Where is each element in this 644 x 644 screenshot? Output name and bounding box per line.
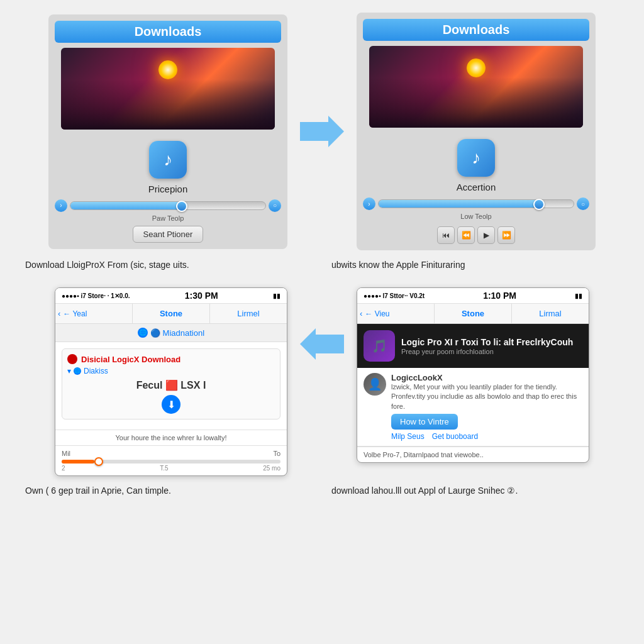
download-sub: ▾ 🌐 Diakiss [67, 367, 275, 375]
link-2[interactable]: Get buoboard [432, 432, 478, 441]
progress-btn-left[interactable]: › [55, 199, 67, 212]
review-content: LogiccLookX lzwick, Met your with you le… [391, 373, 582, 441]
globe-icon: 🌐 [138, 328, 148, 338]
left-panel-image [61, 48, 275, 130]
rocks-decoration-right [369, 77, 583, 128]
music-icon-right: ♪ [457, 139, 495, 177]
playback-controls: ⏮ ⏪ ▶ ⏩ [437, 226, 515, 244]
sun-decoration-right [467, 58, 486, 77]
top-captions: Download LloigProX From (sic, stage uits… [6, 253, 638, 284]
slider-track[interactable] [62, 460, 280, 464]
progress-track-right [378, 199, 574, 208]
right-progress-label: Low Teolp [460, 213, 491, 220]
left-nav-active[interactable]: Stone [133, 304, 210, 323]
reviewer-text: lzwick, Met your with you leantily plade… [391, 382, 582, 411]
slider-labels: Mil To [62, 450, 280, 457]
progress-thumb-left[interactable] [176, 201, 187, 212]
left-phone-content: Disicial LogicX Download ▾ 🌐 Diakiss Fec… [55, 342, 287, 430]
app-info: Logic Pro XI r Toxi To li: alt FreclrkyC… [401, 336, 573, 355]
music-note-icon: ♪ [164, 150, 172, 170]
app-header: 🎵 Logic Pro XI r Toxi To li: alt Freclrk… [357, 324, 589, 368]
left-nav-inactive[interactable]: Lirmel [210, 304, 287, 323]
skip-back-button[interactable]: ⏪ [457, 226, 475, 244]
app-sub: Preap yeur poom irfochloation [401, 348, 573, 355]
left-nav: ‹ ← Yeal Stone Lirmel [55, 304, 287, 324]
right-nav-active[interactable]: Stone [435, 304, 512, 323]
skip-forward-button[interactable]: ⏩ [497, 226, 515, 244]
link-1[interactable]: Milp Seus [391, 432, 425, 441]
left-nav-back[interactable]: ‹ ← Yeal [55, 304, 133, 323]
left-time: 1:30 PM [185, 291, 218, 301]
left-battery: ▮▮ [273, 292, 280, 299]
right-arrow-icon [297, 113, 347, 150]
right-nav-inactive[interactable]: Lirmal [512, 304, 589, 323]
right-nav: ‹ ← Vieu Stone Lirmal [357, 304, 589, 324]
right-phone-wrap: ●●●●▪ l7 Sttor·· V0.2t 1:10 PM ▮▮ ‹ ← Vi… [357, 287, 589, 463]
arrow-left-area [297, 287, 347, 363]
right-progress-bar: › ○ [363, 197, 589, 210]
progress-btn-right2[interactable]: ○ [577, 197, 589, 210]
left-section-title: 🌐 🔵 Miadnationl [55, 324, 287, 342]
rewind-button[interactable]: ⏮ [437, 226, 455, 244]
main-item-text: Fecul 🟥 LSX I [136, 379, 206, 391]
progress-thumb-right[interactable] [533, 199, 545, 210]
download-icon[interactable]: ⬇ [162, 395, 180, 414]
slider-fill [62, 460, 94, 464]
left-progress-label: Paw Teolp [152, 214, 184, 222]
left-signal: ●●●●▪ i7 Store· · 1✕0.0. [62, 292, 130, 299]
links-row: Milp Seus Get buoboard [391, 432, 582, 441]
play-button[interactable]: ▶ [477, 226, 495, 244]
right-nav-back[interactable]: ‹ ← Vieu [357, 304, 435, 323]
marker-3: 25 mo [263, 465, 280, 472]
right-status-bar: ●●●●▪ l7 Sttor·· V0.2t 1:10 PM ▮▮ [357, 288, 589, 304]
download-btn-wrap: ⬇ [67, 395, 275, 414]
left-caption: Download LloigProX From (sic, stage uits… [19, 258, 319, 272]
left-phone-screen: ●●●●▪ i7 Store· · 1✕0.0. 1:30 PM ▮▮ ‹ ← … [55, 287, 287, 476]
music-icon-left: ♪ [149, 141, 187, 179]
left-progress-bar: › ○ [55, 199, 281, 212]
right-panel-title: Accertion [457, 182, 496, 192]
right-panel: Downloads ♪ Accertion › ○ Low Teolp ⏮ ⏪ … [357, 13, 596, 250]
music-note-icon-right: ♪ [472, 148, 480, 168]
review-section: 👤 LogiccLookX lzwick, Met your with you … [357, 368, 589, 447]
app-icon: 🎵 [364, 330, 395, 362]
back-label-right: ← Vieu [365, 309, 389, 318]
left-arrow-icon [297, 325, 347, 363]
section-title-text: 🔵 Miadnationl [150, 328, 204, 338]
left-phone-wrap: ●●●●▪ i7 Store· · 1✕0.0. 1:30 PM ▮▮ ‹ ← … [55, 287, 287, 476]
back-icon-left: ‹ [58, 309, 60, 318]
download-item-title: Disicial LogicX Download [67, 354, 275, 364]
slider-markers: 2 T.5 25 mo [62, 465, 280, 472]
left-panel-title: Pricepion [148, 184, 188, 194]
bottom-right-caption: download lahou.lll out Appl of Laurge Sn… [325, 484, 625, 497]
left-panel-header: Downloads [55, 21, 281, 43]
reviewer-name: LogiccLookX [391, 373, 582, 382]
top-panels-row: Downloads ♪ Pricepion › ○ Paw Teolp Sean… [6, 6, 638, 253]
search-button[interactable]: Seant Ptioner [133, 226, 204, 243]
back-icon-right: ‹ [360, 309, 362, 318]
slider-label-left: Mil [62, 450, 70, 457]
svg-marker-1 [300, 328, 344, 360]
sun-decoration [158, 60, 177, 79]
left-panel: Downloads ♪ Pricepion › ○ Paw Teolp Sean… [48, 14, 287, 249]
reviewer-avatar: 👤 [364, 373, 386, 396]
progress-track-left [70, 201, 266, 210]
marker-2: T.5 [160, 465, 168, 472]
reviewer-row: 👤 LogiccLookX lzwick, Met your with you … [364, 373, 582, 441]
marker-1: 2 [62, 465, 65, 472]
right-time: 1:10 PM [483, 291, 516, 301]
red-circle-icon [67, 354, 77, 364]
progress-btn-right[interactable]: ○ [269, 199, 281, 212]
progress-fill-left [70, 202, 187, 209]
bottom-captions: Own ( 6 gep trail in Aprie, Can timple. … [6, 479, 638, 502]
download-main: Fecul 🟥 LSX I [67, 379, 275, 391]
progress-btn-left2[interactable]: › [363, 197, 375, 210]
svg-marker-0 [300, 116, 344, 147]
how-to-button[interactable]: How to Vintre [391, 414, 458, 430]
rocks-decoration [61, 79, 275, 130]
chevron-icon: ▾ [67, 367, 71, 375]
globe-icon-small: 🌐 [74, 367, 81, 375]
right-phone-screen: ●●●●▪ l7 Sttor·· V0.2t 1:10 PM ▮▮ ‹ ← Vi… [357, 287, 589, 463]
back-label-left: ← Yeal [63, 309, 87, 318]
right-panel-header: Downloads [363, 19, 589, 41]
